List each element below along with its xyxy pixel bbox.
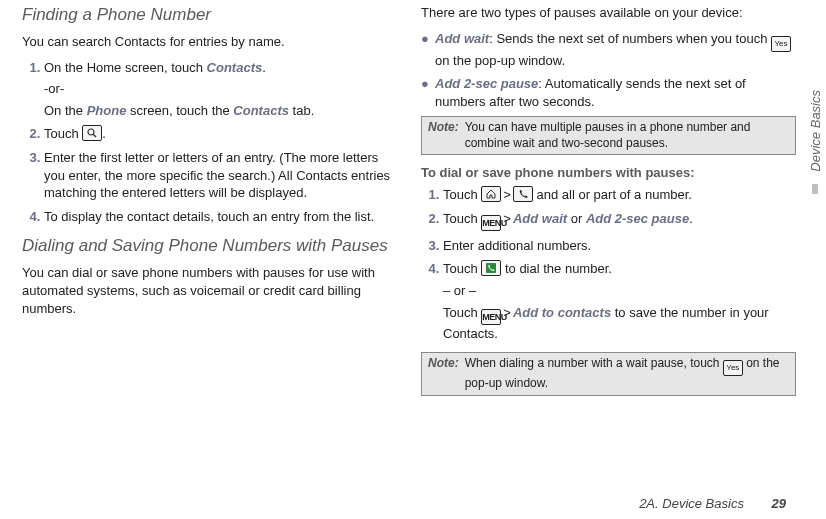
dial-step-4: Touch to dial the number. – or – Touch M… [443,260,796,342]
right-column: There are two types of pauses available … [421,4,796,406]
bullet-add-2sec: ● Add 2-sec pause: Automatically sends t… [421,75,796,110]
dial-intro: You can dial or save phone numbers with … [22,264,397,317]
menu-icon: MENU [481,215,501,231]
footer-page-number: 29 [772,496,786,511]
heading-dialing: Dialing and Saving Phone Numbers with Pa… [22,235,397,256]
dial-step-3: Enter additional numbers. [443,237,796,255]
search-icon [82,125,102,141]
menu-icon: MENU [481,309,501,325]
side-tab-label: Device Basics [807,80,824,182]
svg-point-0 [88,129,94,135]
side-tab: Device Basics [804,80,826,220]
find-intro: You can search Contacts for entries by n… [22,33,397,51]
footer-section: 2A. Device Basics [639,496,744,511]
svg-rect-2 [486,263,496,273]
find-step-2: Touch . [44,125,397,143]
subhead-to-dial: To dial or save phone numbers with pause… [421,165,796,180]
pauses-intro: There are two types of pauses available … [421,4,796,22]
dial-step-1: Touch > and all or part of a number. [443,186,796,204]
side-tab-bar [812,184,818,194]
note-multiple-pauses: Note: You can have multiple pauses in a … [421,116,796,155]
dial-step-2: Touch MENU>Add wait or Add 2-sec pause. [443,210,796,231]
yes-icon: Yes [723,360,743,376]
find-step-4: To display the contact details, touch an… [44,208,397,226]
note-wait-pause: Note: When dialing a number with a wait … [421,352,796,396]
page-footer: 2A. Device Basics 29 [639,496,786,511]
find-step-1: On the Home screen, touch Contacts. -or-… [44,59,397,120]
heading-finding: Finding a Phone Number [22,4,397,25]
home-icon [481,186,501,202]
left-column: Finding a Phone Number You can search Co… [22,4,397,406]
phone-icon [513,186,533,202]
svg-line-1 [94,135,97,138]
dial-icon [481,260,501,276]
find-step-3: Enter the first letter or letters of an … [44,149,397,202]
find-steps: On the Home screen, touch Contacts. -or-… [22,59,397,225]
yes-icon: Yes [771,36,791,52]
bullet-add-wait: ● Add wait: Sends the next set of number… [421,30,796,70]
dial-steps: Touch > and all or part of a number. Tou… [421,186,796,342]
